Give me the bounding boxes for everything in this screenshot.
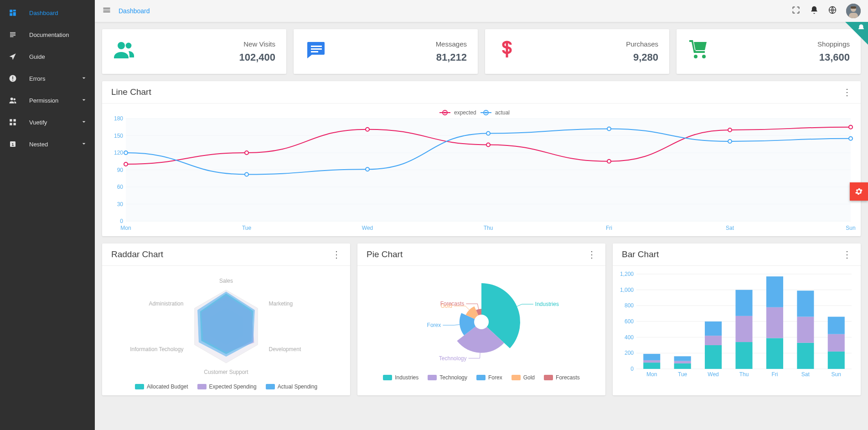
- sidebar-item-label: Permission: [29, 97, 58, 104]
- svg-rect-118: [735, 290, 752, 316]
- sidebar-item-guide[interactable]: Guide: [0, 46, 95, 67]
- svg-rect-104: [643, 363, 660, 369]
- svg-point-63: [849, 125, 852, 129]
- radar-chart-card: Raddar Chart ⋮ SalesMarketingDevelopment…: [102, 243, 350, 395]
- svg-point-26: [702, 55, 706, 58]
- chevron-down-icon: [80, 140, 88, 149]
- svg-text:1: 1: [11, 142, 14, 147]
- svg-text:Sales: Sales: [219, 278, 233, 284]
- svg-rect-121: [766, 307, 783, 338]
- svg-rect-105: [643, 360, 660, 363]
- svg-point-20: [118, 42, 125, 49]
- svg-text:Sat: Sat: [801, 371, 810, 378]
- legend-item[interactable]: Technology: [428, 374, 467, 381]
- more-icon[interactable]: ⋮: [587, 249, 596, 260]
- breadcrumb[interactable]: Dashboard: [119, 7, 150, 15]
- svg-text:600: 600: [625, 318, 634, 325]
- corner-badge[interactable]: [845, 22, 868, 45]
- svg-rect-122: [766, 276, 783, 307]
- svg-text:Development: Development: [269, 346, 301, 352]
- legend-item[interactable]: Forecasts: [544, 374, 580, 381]
- svg-rect-1: [13, 10, 16, 11]
- sidebar-item-vuetify[interactable]: Vuetify: [0, 111, 95, 133]
- svg-rect-128: [828, 352, 845, 369]
- svg-text:Wed: Wed: [362, 225, 373, 231]
- radar-chart-title: Raddar Chart: [111, 249, 163, 259]
- legend-item[interactable]: Gold: [512, 374, 535, 381]
- legend-item[interactable]: Industries: [383, 374, 418, 381]
- svg-text:1,200: 1,200: [620, 271, 634, 277]
- more-icon[interactable]: ⋮: [842, 87, 852, 98]
- svg-point-68: [607, 127, 611, 131]
- svg-rect-108: [674, 363, 691, 369]
- legend-item[interactable]: Forex: [476, 374, 502, 381]
- sidebar-item-documentation[interactable]: Documentation: [0, 24, 95, 46]
- svg-point-62: [728, 128, 732, 132]
- svg-rect-23: [311, 48, 322, 50]
- stat-card-shoppings[interactable]: Shoppings13,600: [677, 29, 861, 74]
- svg-text:30: 30: [117, 201, 124, 207]
- avatar[interactable]: [846, 4, 861, 18]
- sidebar-item-errors[interactable]: Errors: [0, 67, 95, 89]
- svg-point-25: [694, 55, 698, 58]
- svg-rect-114: [705, 321, 722, 336]
- more-icon[interactable]: ⋮: [332, 249, 341, 260]
- svg-rect-120: [766, 338, 783, 369]
- svg-rect-9: [10, 119, 12, 121]
- svg-text:Sun: Sun: [832, 371, 841, 378]
- svg-text:Forex: Forex: [427, 322, 441, 328]
- legend-item[interactable]: Actual Spending: [266, 383, 317, 390]
- chevron-down-icon: [80, 118, 88, 127]
- svg-text:Customer Support: Customer Support: [204, 369, 248, 375]
- svg-text:180: 180: [114, 115, 123, 122]
- svg-rect-18: [849, 13, 858, 18]
- svg-rect-110: [674, 356, 691, 361]
- content: New Visits102,400Messages81,212Purchases…: [95, 22, 868, 410]
- svg-point-89: [474, 315, 489, 329]
- sidebar-item-nested[interactable]: 1Nested: [0, 133, 95, 155]
- fullscreen-icon[interactable]: [791, 5, 801, 16]
- notifications-icon[interactable]: [810, 5, 819, 16]
- svg-rect-109: [674, 361, 691, 363]
- stat-card-new-visits[interactable]: New Visits102,400: [102, 29, 286, 74]
- svg-point-67: [486, 132, 490, 135]
- svg-rect-106: [643, 354, 660, 360]
- menu-toggle-icon[interactable]: [102, 5, 111, 16]
- svg-text:120: 120: [114, 150, 123, 156]
- svg-point-21: [126, 43, 132, 49]
- svg-text:0: 0: [120, 218, 123, 224]
- sidebar-item-label: Documentation: [29, 31, 69, 38]
- people-icon: [7, 96, 18, 104]
- svg-rect-11: [10, 123, 12, 125]
- line-chart-title: Line Chart: [111, 87, 151, 97]
- stat-label: Messages: [436, 40, 467, 48]
- pie-chart: IndustriesTechnologyForexGoldForecasts: [363, 269, 600, 370]
- svg-text:1,000: 1,000: [620, 287, 634, 293]
- svg-rect-125: [797, 317, 814, 343]
- sidebar-item-dashboard[interactable]: Dashboard: [0, 2, 95, 24]
- svg-point-70: [849, 137, 852, 140]
- settings-fab[interactable]: [850, 182, 868, 201]
- svg-rect-24: [311, 51, 318, 52]
- svg-rect-113: [705, 336, 722, 345]
- pie-chart-card: Pie Chart ⋮ IndustriesTechnologyForexGol…: [357, 243, 605, 395]
- svg-text:Sat: Sat: [726, 225, 734, 231]
- svg-text:Mon: Mon: [120, 225, 131, 231]
- message-icon: [305, 38, 326, 65]
- more-icon[interactable]: ⋮: [842, 249, 852, 260]
- svg-point-61: [607, 160, 611, 163]
- legend-item[interactable]: Expected Spending: [197, 383, 257, 390]
- language-icon[interactable]: [828, 5, 837, 16]
- sidebar-item-permission[interactable]: Permission: [0, 89, 95, 111]
- svg-rect-22: [311, 46, 322, 47]
- sidebar-item-label: Dashboard: [29, 10, 58, 16]
- stat-card-purchases[interactable]: Purchases9,280: [485, 29, 669, 74]
- svg-text:Technology: Technology: [439, 355, 467, 362]
- chevron-down-icon: [80, 74, 88, 83]
- svg-text:150: 150: [114, 133, 123, 139]
- bar-chart-title: Bar Chart: [622, 249, 659, 259]
- svg-text:Thu: Thu: [484, 225, 493, 231]
- stat-card-messages[interactable]: Messages81,212: [294, 29, 478, 74]
- legend-item[interactable]: Allocated Budget: [135, 383, 188, 390]
- stat-label: New Visits: [239, 40, 275, 48]
